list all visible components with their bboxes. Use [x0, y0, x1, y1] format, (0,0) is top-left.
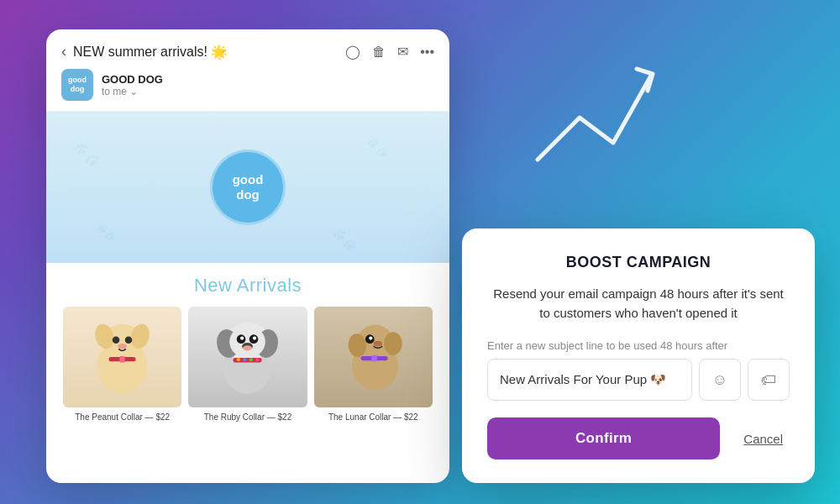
good-dog-logo: gooddog [210, 150, 286, 225]
product-ruby: The Ruby Collar — $22 [188, 307, 307, 422]
emoji-picker-button[interactable]: ☺ [699, 359, 741, 401]
product-grid: The Peanut Collar — $22 [63, 307, 433, 422]
boost-modal-description: Resend your email campaign 48 hours afte… [487, 285, 790, 323]
svg-rect-40 [371, 355, 376, 361]
svg-point-12 [125, 336, 133, 344]
sender-to: to me ⌄ [102, 86, 163, 97]
boost-modal: BOOST CAMPAIGN Resend your email campaig… [462, 228, 815, 483]
svg-point-28 [237, 358, 240, 361]
subject-line-input[interactable] [487, 359, 692, 401]
new-arrivals-section: New Arrivals [46, 263, 449, 430]
product-image-lunar [314, 307, 433, 407]
email-body: 🐾 🐾 🐾 🐾 🦴 🦴 🦴 gooddog New Arrivals [46, 112, 449, 483]
sender-name: GOOD DOG [102, 73, 163, 86]
dog-lunar-svg [326, 317, 421, 397]
dog-peanut-svg [75, 317, 170, 397]
product-lunar: The Lunar Collar — $22 [314, 307, 433, 422]
confirm-button[interactable]: Confirm [487, 417, 720, 459]
svg-text:🐾: 🐾 [71, 140, 101, 168]
product-label-lunar: The Lunar Collar — $22 [328, 412, 418, 422]
svg-point-38 [373, 341, 382, 346]
delete-icon[interactable]: 🗑 [372, 45, 386, 60]
boost-modal-actions: Confirm Cancel [487, 417, 790, 459]
svg-text:🐾: 🐾 [97, 223, 116, 242]
dog-ruby-svg [200, 317, 295, 397]
mail-icon[interactable]: ✉ [397, 44, 408, 60]
svg-text:🐾: 🐾 [332, 227, 357, 251]
svg-point-11 [113, 336, 120, 344]
svg-text:🦴: 🦴 [399, 200, 416, 216]
product-image-peanut [63, 307, 181, 407]
more-icon[interactable]: ••• [420, 45, 434, 60]
email-subject: NEW summer arrivals! 🌟 [73, 44, 228, 60]
svg-point-29 [244, 358, 247, 361]
svg-text:🐾: 🐾 [365, 136, 389, 159]
email-header: ‹ NEW summer arrivals! 🌟 ◯ 🗑 ✉ ••• goodd… [46, 29, 449, 112]
new-arrivals-title: New Arrivals [63, 275, 433, 297]
boost-input-label: Enter a new subject line to be used 48 h… [487, 339, 790, 352]
svg-point-30 [249, 358, 253, 361]
svg-point-20 [230, 326, 266, 358]
svg-point-13 [118, 344, 127, 349]
email-action-icons: ◯ 🗑 ✉ ••• [345, 44, 434, 60]
svg-point-23 [240, 336, 244, 339]
svg-rect-15 [119, 356, 124, 362]
boost-modal-title: BOOST CAMPAIGN [487, 254, 790, 271]
sender-avatar: gooddog [61, 69, 93, 101]
trend-arrow-graphic [521, 50, 672, 185]
product-label-ruby: The Ruby Collar — $22 [204, 412, 292, 422]
product-peanut: The Peanut Collar — $22 [63, 307, 181, 422]
svg-point-26 [244, 345, 253, 350]
boost-input-row: ☺ 🏷 [487, 359, 790, 401]
svg-point-24 [253, 336, 256, 339]
product-label-peanut: The Peanut Collar — $22 [75, 412, 170, 422]
svg-point-31 [256, 358, 260, 361]
product-image-ruby [188, 307, 307, 407]
sender-info: GOOD DOG to me ⌄ [102, 73, 163, 97]
email-card: ‹ NEW summer arrivals! 🌟 ◯ 🗑 ✉ ••• goodd… [46, 29, 449, 483]
cancel-button[interactable]: Cancel [737, 432, 790, 446]
tag-button[interactable]: 🏷 [748, 359, 790, 401]
dog-banner: 🐾 🐾 🐾 🐾 🦴 🦴 🦴 gooddog [46, 112, 449, 263]
svg-point-35 [384, 332, 402, 355]
svg-text:🦴: 🦴 [214, 121, 235, 141]
back-icon[interactable]: ‹ [61, 43, 66, 60]
svg-point-37 [369, 336, 372, 339]
svg-text:🦴: 🦴 [147, 183, 164, 199]
add-icon[interactable]: ◯ [345, 44, 360, 60]
